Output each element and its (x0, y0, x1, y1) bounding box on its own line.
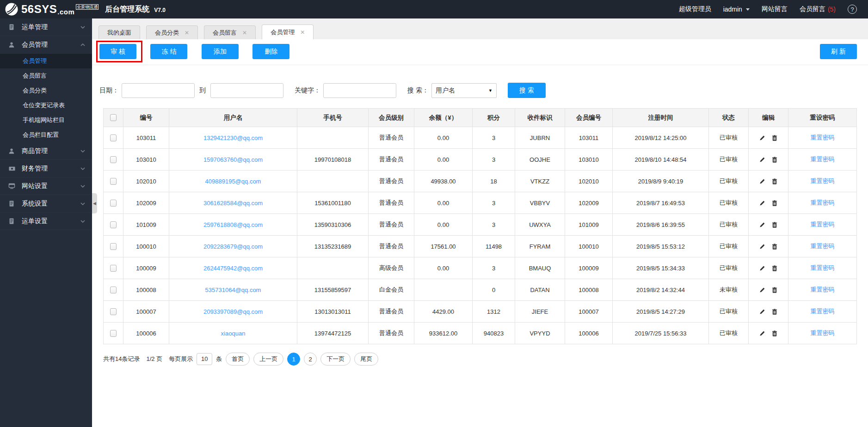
sidebar-item-3[interactable]: 财务管理 (0, 160, 92, 177)
add-button[interactable]: 添加 (202, 44, 239, 59)
sidebar-subitem[interactable]: 会员分类 (0, 83, 92, 98)
member-messages-link[interactable]: 会员留言 (5) (800, 5, 836, 13)
search-type-select[interactable]: 用户名 ▼ (431, 83, 497, 98)
sidebar-subitem[interactable]: 仓位变更记录表 (0, 98, 92, 113)
sidebar-item-6[interactable]: 运单设置 (0, 213, 92, 230)
tab-item[interactable]: 会员分类✕ (146, 25, 198, 39)
username-link[interactable]: 1597063760@qq.com (203, 156, 263, 163)
edit-pencil-icon[interactable] (759, 309, 765, 315)
reset-password-link[interactable]: 重置密码 (811, 199, 835, 206)
site-messages-link[interactable]: 网站留言 (762, 5, 788, 13)
date-from-input[interactable] (122, 83, 195, 98)
edit-pencil-icon[interactable] (759, 222, 765, 228)
audit-button[interactable]: 审 核 (99, 44, 136, 59)
reset-password-link[interactable]: 重置密码 (811, 221, 835, 228)
username-link[interactable]: 535731064@qq.com (205, 287, 261, 293)
delete-button[interactable]: 删除 (252, 44, 289, 59)
row-checkbox[interactable] (110, 134, 117, 141)
delete-trash-icon[interactable] (772, 244, 777, 250)
edit-pencil-icon[interactable] (759, 330, 765, 336)
cell-points: 3 (473, 127, 515, 149)
first-page-button[interactable]: 首页 (226, 353, 250, 366)
row-checkbox[interactable] (110, 287, 117, 293)
cell-phone: 19970108018 (297, 149, 369, 171)
keyword-input[interactable] (323, 83, 396, 98)
row-checkbox[interactable] (110, 330, 117, 337)
tab-item[interactable]: 会员留言✕ (204, 25, 256, 39)
row-checkbox[interactable] (110, 156, 117, 163)
username-link[interactable]: 2092283679@qq.com (203, 243, 263, 250)
row-checkbox[interactable] (110, 243, 117, 250)
members-table: 编号用户名手机号会员级别余额（¥）积分收件标识会员编号注册时间状态编辑重设密码 … (103, 108, 857, 344)
sidebar-subitem[interactable]: 会员管理 (0, 54, 92, 68)
reset-password-link[interactable]: 重置密码 (811, 308, 835, 315)
delete-trash-icon[interactable] (772, 135, 777, 141)
row-checkbox[interactable] (110, 200, 117, 207)
prev-page-button[interactable]: 上一页 (253, 353, 283, 366)
username-link[interactable]: 2597618808@qq.com (203, 221, 263, 228)
delete-trash-icon[interactable] (772, 287, 777, 293)
per-page-input[interactable]: 10 (197, 353, 212, 365)
row-checkbox[interactable] (110, 221, 117, 228)
reset-password-link[interactable]: 重置密码 (811, 134, 835, 141)
delete-trash-icon[interactable] (772, 222, 777, 228)
username-link[interactable]: 1329421230@qq.com (203, 134, 263, 141)
page-number-button[interactable]: 2 (304, 353, 317, 366)
sidebar-subitem[interactable]: 会员栏目配置 (0, 128, 92, 142)
close-icon[interactable]: ✕ (300, 30, 305, 35)
tab-item[interactable]: 我的桌面 (98, 25, 140, 39)
delete-trash-icon[interactable] (772, 309, 777, 315)
sidebar-item-1[interactable]: 会员管理 (0, 36, 92, 54)
search-button[interactable]: 搜 索 (508, 83, 546, 98)
reset-password-link[interactable]: 重置密码 (811, 264, 835, 271)
username-link[interactable]: 2624475942@qq.com (203, 265, 263, 272)
row-checkbox[interactable] (110, 265, 117, 272)
table-row: 100006xiaoquan13974472125普通会员933612.0094… (104, 323, 857, 344)
last-page-button[interactable]: 尾页 (354, 353, 378, 366)
username-link[interactable]: 409889195@qq.com (205, 178, 261, 185)
sidebar-subitem[interactable]: 手机端网站栏目 (0, 113, 92, 128)
username-link[interactable]: 2093397089@qq.com (203, 308, 263, 315)
reset-password-link[interactable]: 重置密码 (811, 243, 835, 250)
help-icon[interactable]: ? (848, 5, 857, 14)
delete-trash-icon[interactable] (772, 265, 777, 271)
chevron-down-icon (80, 219, 86, 224)
close-icon[interactable]: ✕ (185, 30, 189, 36)
username-link[interactable]: xiaoquan (221, 330, 246, 337)
sidebar-item-2[interactable]: 商品管理 (0, 142, 92, 160)
select-all-checkbox[interactable] (110, 114, 117, 121)
reset-password-link[interactable]: 重置密码 (811, 156, 835, 163)
edit-pencil-icon[interactable] (759, 135, 765, 141)
edit-pencil-icon[interactable] (759, 265, 765, 271)
close-icon[interactable]: ✕ (242, 30, 247, 36)
username-link[interactable]: 3061628584@qq.com (203, 200, 263, 207)
freeze-button[interactable]: 冻 结 (150, 44, 187, 59)
refresh-button[interactable]: 刷 新 (820, 44, 857, 59)
sidebar-item-0[interactable]: 运单管理 (0, 18, 92, 36)
sidebar-subitem[interactable]: 会员留言 (0, 68, 92, 83)
cell-reg-time: 2019/8/6 16:39:55 (613, 214, 709, 236)
edit-pencil-icon[interactable] (759, 178, 765, 184)
page-number-button[interactable]: 1 (287, 353, 300, 366)
row-checkbox[interactable] (110, 308, 117, 315)
reset-password-link[interactable]: 重置密码 (811, 177, 835, 184)
delete-trash-icon[interactable] (772, 157, 777, 163)
user-menu[interactable]: iadmin (723, 6, 750, 13)
next-page-button[interactable]: 下一页 (320, 353, 351, 366)
delete-trash-icon[interactable] (772, 178, 777, 184)
date-to-input[interactable] (210, 83, 283, 98)
edit-pencil-icon[interactable] (759, 287, 765, 293)
edit-pencil-icon[interactable] (759, 200, 765, 206)
tab-active[interactable]: 会员管理✕ (262, 24, 314, 39)
delete-trash-icon[interactable] (772, 330, 777, 336)
sidebar-collapse-handle[interactable]: ◀ (92, 193, 97, 214)
edit-pencil-icon[interactable] (759, 157, 765, 163)
cell-status: 已审核 (709, 323, 749, 344)
delete-trash-icon[interactable] (772, 200, 777, 206)
row-checkbox[interactable] (110, 178, 117, 185)
sidebar-item-4[interactable]: 网站设置 (0, 177, 92, 195)
sidebar-item-5[interactable]: 系统设置 (0, 195, 92, 213)
reset-password-link[interactable]: 重置密码 (811, 329, 835, 336)
reset-password-link[interactable]: 重置密码 (811, 286, 835, 293)
edit-pencil-icon[interactable] (759, 244, 765, 250)
